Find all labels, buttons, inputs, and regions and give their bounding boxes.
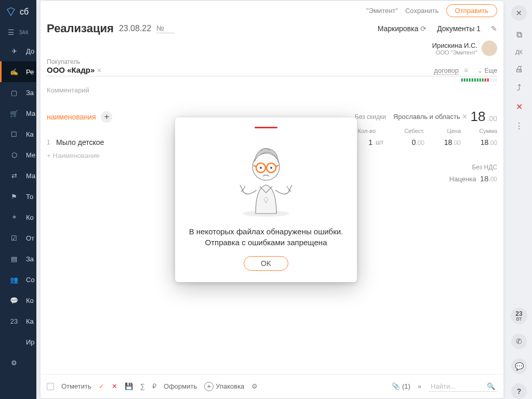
- error-modal: В некоторых файлах обнаружены ошибки. От…: [175, 117, 357, 282]
- modal-overlay: В некоторых файлах обнаружены ошибки. От…: [0, 0, 532, 399]
- error-illustration: [230, 136, 302, 219]
- modal-ok-button[interactable]: OK: [244, 256, 288, 271]
- modal-accent-line: [255, 127, 277, 128]
- svg-point-4: [260, 167, 262, 169]
- modal-message: В некоторых файлах обнаружены ошибки. От…: [188, 226, 344, 248]
- svg-point-5: [270, 167, 272, 169]
